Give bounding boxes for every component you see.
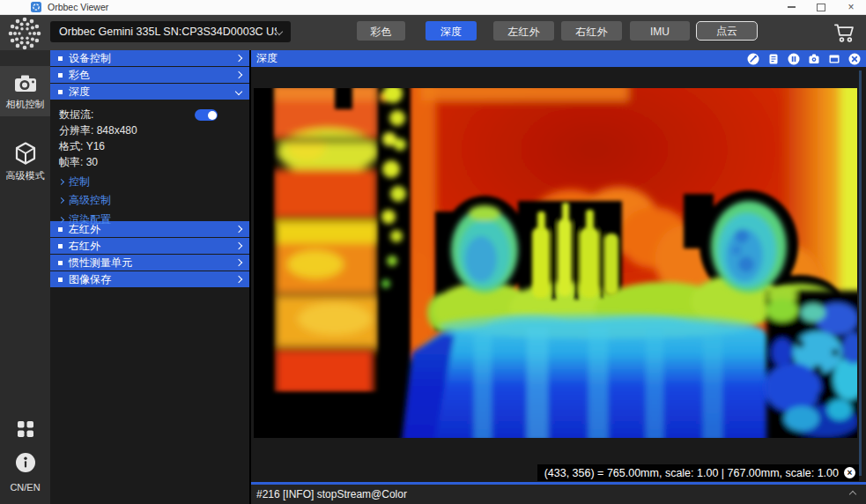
close-stream-icon[interactable] [848, 53, 861, 65]
window-icon[interactable] [828, 53, 840, 65]
maximize-icon [817, 4, 825, 11]
title-bar: Orbbec Viewer × [0, 0, 866, 15]
depth-image[interactable] [254, 88, 857, 438]
section-label: 彩色 [69, 68, 236, 83]
panel-section-color[interactable]: 彩色 [50, 67, 249, 83]
bullet-icon [58, 227, 63, 232]
status-close-icon[interactable]: × [844, 467, 855, 478]
stream-button-depth[interactable]: 深度 [426, 21, 477, 41]
close-button[interactable]: × [836, 0, 866, 14]
viewer-title: 深度 [256, 51, 747, 66]
cart-icon[interactable] [833, 20, 857, 45]
minimize-button[interactable] [776, 0, 806, 14]
viewer-scrollbar[interactable] [859, 70, 862, 476]
log-icon[interactable] [767, 53, 780, 65]
chevron-right-icon [235, 276, 242, 283]
bullet-icon [58, 90, 63, 94]
sidebar-about-button[interactable] [0, 451, 50, 478]
stream-toggle[interactable] [195, 109, 218, 121]
framerate-value: 帧率: 30 [59, 156, 249, 169]
panel-section-imu[interactable]: 惯性测量单元 [50, 255, 249, 271]
link-label: 渲染配置 [69, 212, 111, 227]
link-render-config[interactable]: 渲染配置 [59, 213, 249, 226]
top-toolbar: Orbbec Gemini 335L SN:CP3S34D0003C USB3.… [0, 15, 866, 50]
bullet-icon [58, 261, 63, 265]
stream-label: 数据流: [59, 107, 93, 122]
stream-button-right-ir[interactable]: 右红外 [561, 21, 622, 41]
bullet-icon [58, 73, 63, 78]
camera-icon [13, 73, 38, 94]
link-label: 高级控制 [69, 193, 111, 208]
control-panel: 设备控制 彩色 深度 数据流: 分辨率: 848x480 格式: Y16 帧率:… [50, 50, 249, 504]
sidebar-item-camera-control[interactable]: 相机控制 [0, 66, 50, 116]
section-label: 深度 [69, 85, 236, 100]
chevron-right-icon [235, 226, 242, 233]
device-selector[interactable]: Orbbec Gemini 335L SN:CP3S34D0003C USB3.… [50, 21, 291, 42]
chevron-down-icon [235, 88, 242, 95]
section-label: 右红外 [69, 239, 236, 254]
sidebar-item-label: 相机控制 [0, 98, 50, 111]
viewer-header: 深度 [251, 50, 866, 67]
panel-section-image-save[interactable]: 图像保存 [50, 271, 249, 287]
language-toggle[interactable]: CN/EN [0, 482, 50, 493]
bullet-icon [58, 244, 63, 248]
format-value: 格式: Y16 [59, 140, 249, 153]
chevron-up-icon[interactable] [849, 491, 856, 498]
depth-colormap-svg [254, 88, 857, 438]
panel-section-depth[interactable]: 深度 [50, 84, 249, 100]
close-icon: × [847, 3, 854, 11]
chevron-right-icon [58, 178, 64, 184]
section-label: 图像保存 [69, 272, 236, 287]
stream-button-pointcloud[interactable]: 点云 [696, 21, 758, 41]
cube-icon [13, 141, 38, 166]
link-control[interactable]: 控制 [59, 175, 249, 188]
bullet-icon [58, 278, 63, 282]
pixel-status-bar: (433, 356) = 765.00mm, scale: 1.00 | 767… [537, 464, 859, 481]
minimize-icon [788, 6, 796, 8]
section-label: 惯性测量单元 [69, 256, 236, 271]
resolution-value: 分辨率: 848x480 [59, 124, 249, 137]
sidebar-apps-button[interactable] [0, 419, 50, 443]
stream-button-color[interactable]: 彩色 [357, 21, 405, 41]
pause-icon[interactable] [788, 53, 800, 65]
stream-button-imu[interactable]: IMU [630, 21, 690, 41]
chevron-down-icon [276, 28, 283, 35]
link-advanced-control[interactable]: 高级控制 [59, 195, 249, 207]
chevron-right-icon [235, 55, 242, 62]
chevron-right-icon [235, 71, 242, 78]
grid-icon [15, 419, 36, 440]
screenshot-icon[interactable] [808, 53, 820, 65]
window-title: Orbbec Viewer [48, 2, 108, 12]
orbbec-logo-icon [6, 15, 43, 52]
edit-icon[interactable] [747, 53, 759, 65]
chevron-right-icon [235, 242, 242, 249]
chevron-right-icon [235, 259, 242, 266]
left-sidebar: 相机控制 高级模式 CN/EN [0, 50, 50, 504]
sidebar-item-advanced-mode[interactable]: 高级模式 [0, 134, 50, 188]
info-icon [14, 451, 37, 474]
chevron-right-icon [58, 197, 64, 204]
bullet-icon [58, 56, 63, 61]
section-label: 设备控制 [69, 51, 236, 66]
link-label: 控制 [69, 174, 90, 189]
panel-section-right-ir[interactable]: 右红外 [50, 238, 249, 254]
depth-settings: 数据流: 分辨率: 848x480 格式: Y16 帧率: 30 控制 高级控制… [50, 100, 249, 221]
chevron-right-icon [58, 216, 64, 222]
panel-section-device-control[interactable]: 设备控制 [50, 50, 249, 66]
log-bar: #216 [INFO] stopStream@Color [251, 485, 866, 504]
depth-viewer-pane: 深度 [251, 50, 866, 504]
device-name: Orbbec Gemini 335L SN:CP3S34D0003C USB3.… [59, 26, 277, 38]
log-message: #216 [INFO] stopStream@Color [256, 488, 850, 500]
stream-button-left-ir[interactable]: 左红外 [493, 21, 554, 41]
pixel-status-text: (433, 356) = 765.00mm, scale: 1.00 | 767… [544, 467, 839, 479]
sidebar-item-label: 高级模式 [0, 169, 50, 182]
maximize-button[interactable] [806, 0, 836, 14]
app-icon [31, 2, 41, 12]
